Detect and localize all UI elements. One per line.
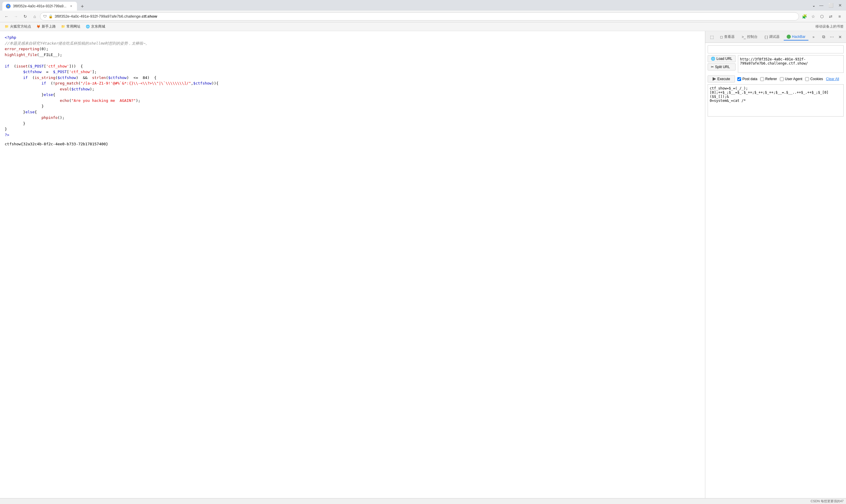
user-agent-checkbox[interactable]: User Agent (780, 77, 802, 81)
devtools-actions: ⧉ ⋯ ✕ (820, 34, 844, 40)
bookmark-label: 新手上路 (42, 24, 56, 29)
bookmark-folder-icon: 📁 (5, 25, 9, 29)
devtools-tab-debugger[interactable]: { } 调试器 (762, 33, 782, 40)
code-line-2: //本题灵感来自研究Y4tacker佬在吃瓜杯投稿的shellme时想到的姿势，… (5, 40, 700, 47)
synced-tabs-button[interactable]: ⇄ (827, 12, 835, 21)
post-data-checkbox-input[interactable] (737, 77, 741, 81)
execute-play-icon (712, 77, 716, 81)
user-agent-checkbox-input[interactable] (780, 77, 784, 81)
referer-checkbox-input[interactable] (760, 77, 764, 81)
devtools-copy-button[interactable]: ⧉ (820, 34, 827, 40)
hackbar-search-input[interactable] (708, 45, 844, 53)
address-bar[interactable]: 🛡 🔒 3f8f352e-4a0c-491e-932f-799a97afe7b6… (40, 12, 799, 21)
new-tab-button[interactable]: + (78, 2, 86, 11)
debugger-label: 调试器 (769, 34, 780, 39)
devtools-tab-inspector[interactable]: ◻ 查看器 (717, 33, 738, 40)
mobile-bookmarks[interactable]: 移动设备上的书签 (815, 24, 844, 29)
bookmark-jd[interactable]: 🌐 京东商城 (84, 23, 107, 30)
bookmark-globe-icon: 🌐 (86, 25, 90, 29)
execute-button[interactable]: Execute (708, 75, 735, 83)
active-tab[interactable]: 🔒 3f8f352e-4a0c-491e-932f-799a9... × (2, 2, 77, 11)
back-button[interactable]: ← (2, 12, 11, 21)
bookmark-label: 火狐官方站点 (10, 24, 31, 29)
bookmark-newuser[interactable]: 🦊 新手上路 (34, 23, 58, 30)
devtools-tab-hackbar[interactable]: HackBar (784, 34, 808, 40)
save-to-pocket-button[interactable]: ⬡ (818, 12, 826, 21)
user-agent-label: User Agent (785, 77, 802, 81)
title-bar: 🔒 3f8f352e-4a0c-491e-932f-799a9... × + ⌄… (0, 0, 846, 11)
devtools-close-button[interactable]: ✕ (836, 34, 844, 40)
devtools-panel: ⬚ ◻ 查看器 >_ 控制台 { } 调试器 HackBar » (705, 31, 846, 498)
devtools-inspect-icon[interactable]: ⬚ (708, 33, 716, 41)
hackbar-url-row: 🌐 Load URL ✂ Split URL http://3f8f352e-4… (708, 55, 844, 74)
split-url-button[interactable]: ✂ Split URL (708, 64, 736, 70)
referer-label: Referer (765, 77, 777, 81)
code-line-5 (5, 57, 700, 64)
page-content: <?php //本题灵感来自研究Y4tacker佬在吃瓜杯投稿的shellme时… (0, 31, 705, 498)
window-controls: ⌄ — ⬜ ✕ (812, 2, 844, 9)
code-line-18: ?> (5, 132, 700, 138)
hackbar-content: 🌐 Load URL ✂ Split URL http://3f8f352e-4… (705, 43, 846, 498)
code-line-13: } (5, 103, 700, 109)
security-icon: 🛡 (43, 14, 47, 18)
bookmark-label: 常用网址 (66, 24, 81, 29)
code-line-14: }else{ (5, 109, 700, 115)
code-line-11: }else{ (5, 92, 700, 98)
post-data-checkbox[interactable]: Post data (737, 77, 757, 81)
tab-close-button[interactable]: × (69, 4, 73, 8)
cookies-label: Cookies (810, 77, 823, 81)
nav-bar: ← → ↻ ⌂ 🛡 🔒 3f8f352e-4a0c-491e-932f-799a… (0, 11, 846, 22)
hackbar-execute-row: Execute Post data Referer (708, 75, 844, 83)
load-url-icon: 🌐 (711, 57, 715, 61)
devtools-tab-more[interactable]: » (810, 34, 817, 40)
code-line-9: if (!preg_match("/[a-zA-Z1-9!'@#%`&*:{}\… (5, 80, 700, 86)
hackbar-dot-icon (787, 35, 791, 39)
inspector-label: 查看器 (724, 34, 735, 39)
code-line-4: highlight_file(__FILE__); (5, 52, 700, 58)
main-content: <?php //本题灵感来自研究Y4tacker佬在吃瓜杯投稿的shellme时… (0, 31, 846, 498)
reload-button[interactable]: ↻ (21, 12, 29, 21)
hackbar-url-area: http://3f8f352e-4a0c-491e-932f-799a97afe… (738, 55, 844, 74)
hackbar-post-textarea[interactable] (708, 84, 844, 116)
bookmarks-bar: 📁 火狐官方站点 🦊 新手上路 📁 常用网址 🌐 京东商城 移动设备上的书签 (0, 22, 846, 31)
code-line-8: if (is_string($ctfshow) && strlen($ctfsh… (5, 75, 700, 81)
star-button[interactable]: ☆ (809, 12, 817, 21)
hackbar-url-textarea[interactable]: http://3f8f352e-4a0c-491e-932f-799a97afe… (738, 55, 844, 73)
code-line-10: eval($ctfshow); (5, 86, 700, 92)
minimize-button[interactable]: — (818, 2, 825, 9)
code-line-6: if (isset($_POST['ctf_show'])) { (5, 64, 700, 69)
menu-button[interactable]: ≡ (835, 12, 844, 21)
load-url-button[interactable]: 🌐 Load URL (708, 55, 736, 62)
load-url-label: Load URL (717, 57, 732, 61)
tab-favicon: 🔒 (6, 4, 11, 8)
code-line-12: echo("Are you hacking me AGAIN?"); (5, 98, 700, 104)
mobile-bookmarks-label: 移动设备上的书签 (815, 24, 844, 29)
forward-button[interactable]: → (12, 12, 20, 21)
home-button[interactable]: ⌂ (31, 12, 39, 21)
clear-all-link[interactable]: Clear All (826, 77, 839, 81)
status-text: CSDN 每想更要强的47 (811, 499, 844, 503)
post-data-label: Post data (742, 77, 757, 81)
hackbar-url-buttons: 🌐 Load URL ✂ Split URL (708, 55, 736, 70)
debugger-icon: { } (765, 35, 768, 39)
devtools-header: ⬚ ◻ 查看器 >_ 控制台 { } 调试器 HackBar » (705, 31, 846, 43)
maximize-button[interactable]: ⬜ (827, 2, 834, 9)
tab-bar: 🔒 3f8f352e-4a0c-491e-932f-799a9... × + (2, 0, 811, 11)
bookmark-common[interactable]: 📁 常用网址 (59, 23, 83, 30)
cookies-checkbox[interactable]: Cookies (805, 77, 823, 81)
url-text: 3f8f352e-4a0c-491e-932f-799a97afe7b6.cha… (55, 14, 796, 18)
cookies-checkbox-input[interactable] (805, 77, 809, 81)
referer-checkbox[interactable]: Referer (760, 77, 777, 81)
hackbar-checkboxes: Post data Referer User Agent Cookie (737, 77, 839, 81)
tab-title: 3f8f352e-4a0c-491e-932f-799a9... (13, 4, 66, 8)
browser-window: 🔒 3f8f352e-4a0c-491e-932f-799a9... × + ⌄… (0, 0, 846, 504)
close-button[interactable]: ✕ (836, 2, 844, 9)
devtools-tab-console[interactable]: >_ 控制台 (739, 33, 760, 40)
console-icon: >_ (742, 35, 746, 39)
bookmark-firefox-icon: 🦊 (36, 25, 40, 29)
console-label: 控制台 (747, 34, 758, 39)
bookmark-firefox[interactable]: 📁 火狐官方站点 (2, 23, 34, 30)
devtools-more-button[interactable]: ⋯ (828, 34, 835, 40)
url-path: 3f8f352e-4a0c-491e-932f-799a97afe7b6.cha… (55, 14, 142, 18)
extensions-button[interactable]: 🧩 (800, 12, 808, 21)
